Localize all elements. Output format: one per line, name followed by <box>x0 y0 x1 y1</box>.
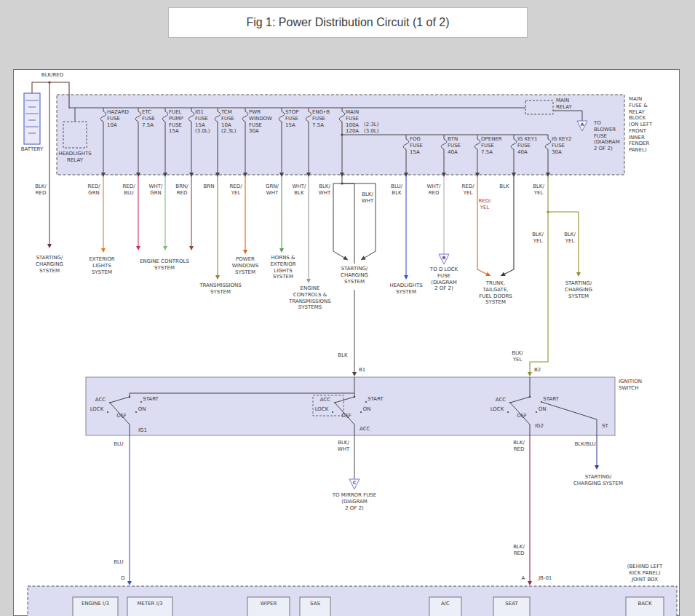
wire-label-blk-wht-right: BLK/ WHT <box>362 191 373 205</box>
joint-box-title: (BEHIND LEFT KICK PANEL) JOINT BOX <box>627 564 663 583</box>
fuse-label-fuel-pump: FUEL PUMP FUSE 15A <box>169 109 183 135</box>
wire-label-red-yel-highlight: RED/ YEL <box>478 198 491 211</box>
wire-label-blu-1: BLU <box>114 441 123 448</box>
wire-label-blk: BLK <box>499 183 509 190</box>
dest-starting-charging-st: STARTING/ CHARGING SYSTEM <box>573 474 623 487</box>
wire-label-blk-blu: BLK/BLU <box>574 441 595 448</box>
terminal-ig1-label: IG1 <box>138 427 147 434</box>
wire-label-red-grn: RED/ GRN <box>87 183 100 197</box>
fuse-label-tcm: TCM FUSE 10A (2.3L) <box>221 109 237 135</box>
wire-label-blk-yel-mid-left: BLK/ YEL <box>532 232 544 245</box>
wiring-diagram-svg <box>0 0 695 616</box>
wire-blk-trunk <box>501 175 514 276</box>
wire-blk-yel-main <box>530 175 548 372</box>
joint-fuse-wiper: WIPER <box>261 601 277 607</box>
ign3-acc: ACC <box>496 397 506 403</box>
fuse-label-ig-key2: IG KEY2 FUSE 30A <box>552 136 571 155</box>
fuse-label-ig-key1: IG KEY1 FUSE 40A <box>517 136 537 155</box>
terminal-acc-label: ACC <box>360 426 370 433</box>
dest-to-mirror: TO MIRROR FUSE (DIAGRAM 2 OF 2) <box>333 492 376 511</box>
connector-b-label: B <box>442 255 446 261</box>
component-boxes <box>24 93 677 616</box>
ign3-on: ON <box>539 406 547 413</box>
ign1-acc: ACC <box>95 397 106 403</box>
wire-label-red-blu: RED/ BLU <box>122 183 135 197</box>
fuse-label-pwr-window: PWR WINDOW FUSE 30A <box>249 109 272 135</box>
wire-label-grn-wht: GRN/ WHT <box>266 183 279 197</box>
ign2-on: ON <box>363 406 371 413</box>
wire-label-blk-wht-acc: BLK/ WHT <box>338 440 349 453</box>
fuse-label-main: MAIN FUSE 100A 120A <box>346 109 359 135</box>
wire-label-wht-red: WHT/ RED <box>427 183 441 197</box>
jb01-label: JB-01 <box>539 575 552 582</box>
wire-label-blk-red-2: BLK/ RED <box>513 544 525 557</box>
page: Fig 1: Power Distribution Circuit (1 of … <box>0 0 695 616</box>
ign1-on: ON <box>138 406 146 413</box>
joint-fuse-engine: ENGINE I/3 <box>82 601 109 607</box>
wire-label-blu-blk: BLU/ BLK <box>391 183 402 197</box>
joint-fuse-seat: SEAT <box>505 601 517 607</box>
dest-starting-charging-1: STARTING/ CHARGING SYSTEM <box>36 255 63 274</box>
terminal-ig2-label: IG2 <box>535 423 544 430</box>
ign1-off: OFF <box>116 413 127 419</box>
wire-red-yel-trunk <box>477 175 491 276</box>
fuse-label-opener: OPENER FUSE 7.5A <box>481 136 502 155</box>
wire-label-brn-red: BRN/ RED <box>175 183 188 197</box>
joint-entry-a-label: A <box>522 575 525 582</box>
dest-starting-charging-3: STARTING/ CHARGING SYSTEM <box>565 280 592 299</box>
main-fuse-variants-label: (2.3L) (3.0L) <box>364 122 379 135</box>
wire-label-red-yel-opener: RED/ YEL <box>461 183 474 197</box>
joint-fuse-ac: A/C <box>441 601 450 607</box>
wire-label-blk-yel: BLK/ YEL <box>533 183 544 197</box>
dest-starting-charging-2: STARTING/ CHARGING SYSTEM <box>341 266 368 285</box>
joint-fuse-sas: SAS <box>310 601 320 607</box>
wire-label-blk-red: BLK/ RED <box>35 183 47 197</box>
dest-power-windows: POWER WINDOWS SYSTEM <box>232 256 259 275</box>
wire-label-red-yel: RED/ YEL <box>229 183 242 197</box>
fuse-label-eng-b: ENG•B FUSE 7.5A <box>312 109 330 128</box>
b2-entry-arrow <box>528 372 532 376</box>
ign2-lock: LOCK <box>315 406 329 413</box>
fuse-label-etc: ETC FUSE 7.5A <box>142 109 155 128</box>
dest-to-d-lock: TO D LOCK FUSE (DIAGRAM 2 OF 2) <box>430 266 458 292</box>
wire-label-blk-red-ig2: BLK/ RED <box>513 440 525 453</box>
wire-label-wht-grn: WHT/ GRN <box>149 183 163 197</box>
fuse-label-hazard: HAZARD FUSE 10A <box>107 109 129 128</box>
wire-label-blk-wht-left: BLK/ WHT <box>319 183 330 197</box>
ign3-start: START <box>543 396 559 403</box>
wire-label-blu-2: BLU <box>114 559 123 566</box>
fuse-block-title: MAIN FUSE & RELAY BLOCK (ON LEFT FRONT I… <box>629 96 652 154</box>
terminal-b2-label: B2 <box>534 367 541 374</box>
ign2-start: START <box>368 396 384 403</box>
to-blower-label: TO BLOWER FUSE (DIAGRAM 2 OF 2) <box>594 120 620 152</box>
connector-a-label: A <box>581 122 584 127</box>
connector-c-label: C <box>353 480 356 486</box>
ign1-start: START <box>143 396 159 403</box>
wire-label-brn: BRN <box>204 183 215 190</box>
dest-engine-trans: ENGINE CONTROLS & TRANSMISSIONS SYSTEMS <box>289 285 331 311</box>
battery-wire-label: BLK/RED <box>41 72 63 79</box>
fuse-label-btn: BTN FUSE 40A <box>448 136 461 155</box>
wire-label-blk-b1: BLK <box>338 352 347 359</box>
terminal-b1-label: B1 <box>359 367 365 374</box>
wire-label-wht-blk: WHT/ BLK <box>293 183 306 197</box>
ign3-lock: LOCK <box>491 406 504 413</box>
dest-engine-controls: ENGINE CONTROLS SYSTEM <box>140 258 189 272</box>
dest-headlights: HEADLIGHTS SYSTEM <box>389 283 422 296</box>
ign2-off: OFF <box>341 413 352 419</box>
joint-box <box>28 586 677 616</box>
joint-fuse-meter: METER I/3 <box>137 601 162 607</box>
main-relay-label: MAIN RELAY <box>556 98 572 111</box>
dest-horns-exterior: HORNS & EXTERIOR LIGHTS SYSTEM <box>270 255 295 280</box>
fuse-label-fog: FOG FUSE 15A <box>410 136 423 155</box>
b1-entry-arrow <box>352 372 357 376</box>
headlights-relay-label: HEADLIGHTS RELAY <box>58 151 91 164</box>
fuse-label-stop: STOP FUSE 15A <box>285 109 298 128</box>
battery-label: BATTERY <box>21 146 44 153</box>
wire-label-blk-yel-b2: BLK/ YEL <box>512 350 523 363</box>
ign2-acc: ACC <box>320 397 330 403</box>
dest-exterior-lights: EXTERIOR LIGHTS SYSTEM <box>89 256 114 275</box>
ignition-switch-title: IGNITION SWITCH <box>619 379 642 392</box>
wire-label-blk-yel-mid-right: BLK/ YEL <box>564 232 576 245</box>
fuse-label-ig1: IG1 FUSE 15A (3.0L) <box>195 109 210 135</box>
